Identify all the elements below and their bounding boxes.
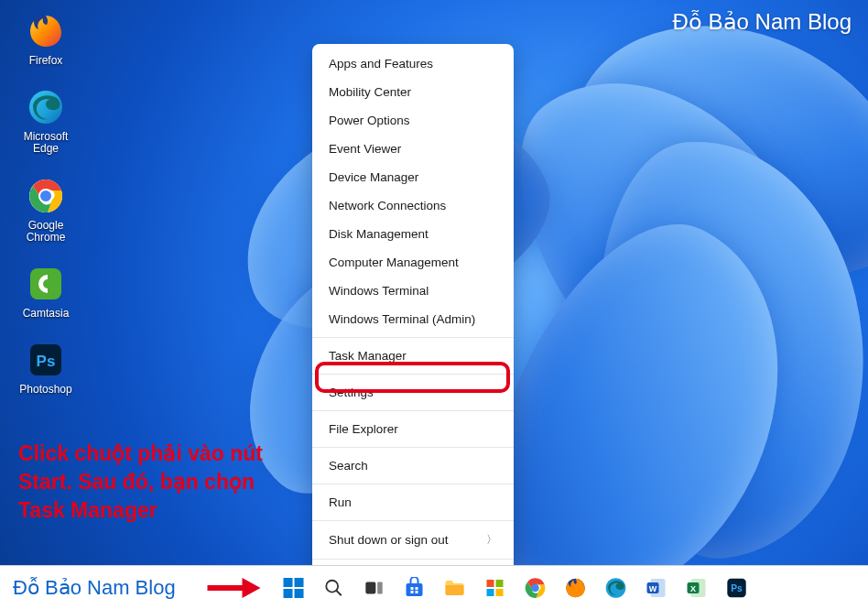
folder-icon — [444, 577, 466, 599]
desktop-icon-label: Google Chrome — [13, 220, 79, 244]
menu-item-mobility-center[interactable]: Mobility Center — [312, 78, 514, 106]
taskbar-word-button[interactable]: W — [644, 575, 669, 601]
desktop-icons-column: Firefox Microsoft Edge — [13, 11, 79, 396]
menu-item-shutdown[interactable]: Shut down or sign out〉 — [312, 525, 514, 555]
menu-separator — [312, 559, 514, 560]
svg-marker-9 — [243, 578, 261, 598]
taskbar-office-button[interactable] — [483, 575, 508, 601]
menu-item-power-options[interactable]: Power Options — [312, 106, 514, 135]
word-icon: W — [646, 577, 667, 599]
menu-item-run[interactable]: Run — [312, 488, 514, 517]
menu-item-windows-terminal[interactable]: Windows Terminal — [312, 277, 514, 305]
desktop-icon-label: Firefox — [29, 55, 63, 67]
office-icon — [484, 577, 506, 599]
svg-rect-21 — [411, 591, 414, 593]
chrome-icon — [525, 577, 547, 599]
taskbar-excel-button[interactable]: X — [684, 575, 710, 601]
desktop-icon-photoshop[interactable]: Ps Photoshop — [13, 340, 79, 396]
taskbar-explorer-button[interactable] — [442, 575, 468, 601]
taskview-icon — [364, 578, 385, 598]
svg-rect-12 — [284, 589, 293, 598]
taskbar: Đỗ Bảo Nam Blog — [0, 565, 868, 609]
desktop-background: Đỗ Bảo Nam Blog Firefox Microsoft — [0, 0, 868, 609]
edge-icon — [26, 87, 66, 127]
taskbar-center-group: W X Ps — [206, 575, 750, 601]
svg-rect-22 — [416, 591, 418, 593]
edge-icon — [605, 577, 627, 599]
menu-item-file-explorer[interactable]: File Explorer — [312, 415, 514, 443]
desktop-icon-firefox[interactable]: Firefox — [13, 11, 79, 67]
taskbar-taskview-button[interactable] — [362, 575, 387, 601]
photoshop-icon: Ps — [26, 340, 66, 380]
svg-rect-11 — [295, 578, 304, 587]
firefox-icon — [565, 577, 587, 599]
firefox-icon — [26, 11, 66, 51]
desktop-icon-label: Camtasia — [23, 308, 70, 320]
desktop-icon-edge[interactable]: Microsoft Edge — [13, 87, 79, 155]
svg-rect-25 — [487, 589, 494, 596]
chevron-right-icon: 〉 — [486, 532, 497, 548]
menu-item-settings[interactable]: Settings — [312, 378, 514, 407]
svg-rect-16 — [365, 582, 375, 593]
store-icon — [404, 577, 426, 599]
menu-item-network-connections[interactable]: Network Connections — [312, 191, 514, 220]
menu-separator — [312, 520, 514, 521]
svg-rect-13 — [295, 589, 304, 598]
search-icon — [324, 578, 344, 598]
excel-icon: X — [686, 577, 708, 599]
menu-item-search[interactable]: Search — [312, 451, 514, 480]
taskbar-chrome-button[interactable] — [523, 575, 548, 601]
svg-text:W: W — [649, 583, 657, 593]
menu-item-device-manager[interactable]: Device Manager — [312, 163, 514, 191]
windows-logo-icon — [283, 577, 305, 599]
taskbar-search-button[interactable] — [321, 575, 347, 601]
annotation-arrow-icon — [206, 576, 261, 600]
taskbar-edge-button[interactable] — [603, 575, 629, 601]
svg-text:X: X — [690, 583, 696, 593]
svg-rect-18 — [407, 583, 423, 596]
menu-item-event-viewer[interactable]: Event Viewer — [312, 135, 514, 163]
taskbar-photoshop-button[interactable]: Ps — [724, 575, 750, 601]
taskbar-firefox-button[interactable] — [563, 575, 589, 601]
bottom-brand-text: Đỗ Bảo Nam Blog — [0, 576, 176, 600]
svg-text:Ps: Ps — [731, 583, 743, 593]
menu-item-computer-management[interactable]: Computer Management — [312, 248, 514, 277]
start-context-menu: Apps and Features Mobility Center Power … — [312, 44, 514, 597]
menu-separator — [312, 337, 514, 338]
menu-item-apps-features[interactable]: Apps and Features — [312, 49, 514, 78]
svg-rect-5 — [30, 268, 61, 299]
desktop-icon-label: Photoshop — [19, 384, 71, 396]
desktop-icon-camtasia[interactable]: Camtasia — [13, 264, 79, 320]
menu-separator — [312, 374, 514, 375]
svg-line-15 — [336, 590, 342, 595]
svg-rect-26 — [496, 589, 504, 596]
desktop-icon-label: Microsoft Edge — [13, 131, 79, 155]
menu-item-windows-terminal-admin[interactable]: Windows Terminal (Admin) — [312, 305, 514, 333]
watermark-text: Đỗ Bảo Nam Blog — [673, 9, 852, 35]
svg-text:Ps: Ps — [37, 353, 56, 370]
camtasia-icon — [26, 264, 66, 304]
svg-rect-23 — [487, 580, 494, 587]
svg-rect-20 — [416, 587, 418, 590]
svg-point-28 — [531, 583, 538, 591]
svg-rect-24 — [496, 580, 504, 587]
svg-rect-19 — [411, 587, 414, 590]
chrome-icon — [26, 176, 66, 216]
taskbar-start-button[interactable] — [281, 575, 307, 601]
taskbar-store-button[interactable] — [402, 575, 428, 601]
desktop-icon-chrome[interactable]: Google Chrome — [13, 176, 79, 244]
menu-separator — [312, 447, 514, 448]
photoshop-icon: Ps — [726, 577, 748, 599]
svg-rect-17 — [377, 582, 383, 593]
menu-item-disk-management[interactable]: Disk Management — [312, 220, 514, 248]
menu-separator — [312, 484, 514, 484]
annotation-text: Click chuột phải vào nút Start. Sau đó, … — [18, 440, 284, 525]
menu-item-task-manager[interactable]: Task Manager — [312, 342, 514, 370]
svg-rect-10 — [284, 578, 293, 587]
menu-separator — [312, 410, 514, 411]
svg-point-14 — [326, 580, 338, 592]
